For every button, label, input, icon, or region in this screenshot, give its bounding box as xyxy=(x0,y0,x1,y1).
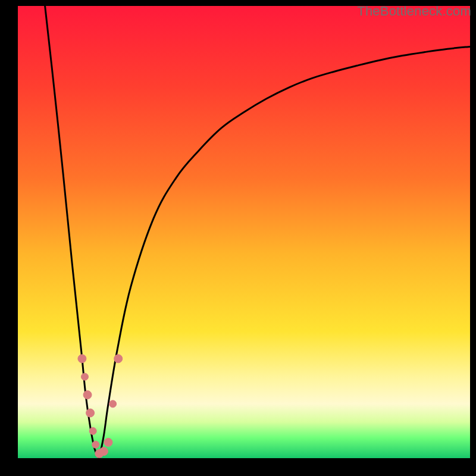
marker-point xyxy=(83,391,92,399)
marker-point xyxy=(92,441,99,448)
marker-point xyxy=(104,438,112,446)
marker-point xyxy=(99,447,108,456)
marker-point xyxy=(78,355,86,363)
bottleneck-chart xyxy=(18,6,470,458)
chart-frame xyxy=(18,6,470,458)
marker-point xyxy=(86,409,95,417)
attribution-text: TheBottleneck.com xyxy=(357,4,471,19)
marker-point xyxy=(81,373,88,380)
marker-point xyxy=(89,427,96,434)
marker-point xyxy=(109,400,117,408)
marker-point xyxy=(114,355,123,363)
